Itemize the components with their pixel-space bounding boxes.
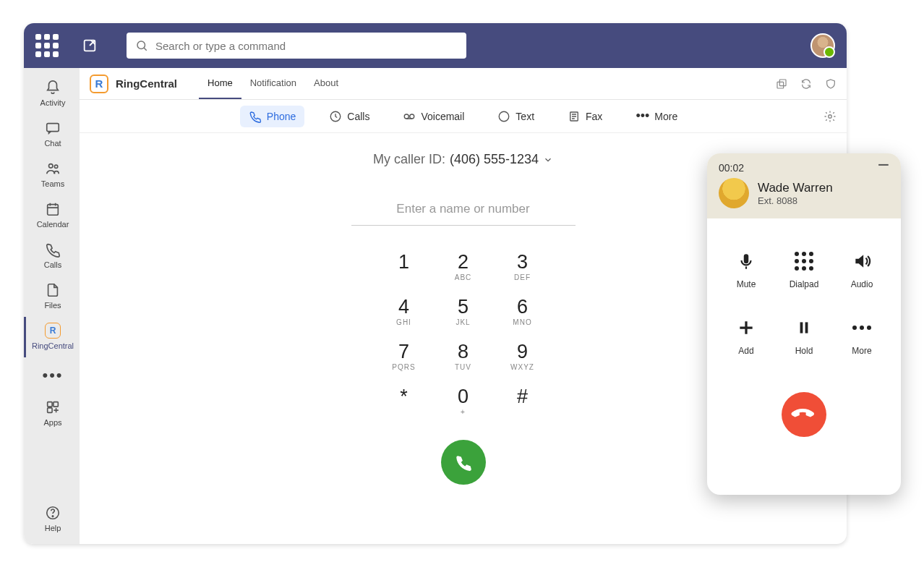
svg-rect-2 xyxy=(47,124,59,132)
key-3[interactable]: 3DEF xyxy=(493,245,552,289)
nav-calls[interactable]: Calls xyxy=(24,236,80,276)
search-input[interactable] xyxy=(155,40,458,52)
keypad: 1 2ABC 3DEF 4GHI 5JKL 6MNO 7PQRS 8TUV 9W… xyxy=(375,245,552,424)
number-input[interactable]: Enter a name or number xyxy=(351,202,576,226)
phone-icon xyxy=(454,453,473,472)
hangup-button[interactable] xyxy=(782,392,826,437)
phone-icon xyxy=(249,110,262,123)
bell-icon xyxy=(45,80,61,95)
shield-icon[interactable] xyxy=(825,78,837,90)
key-6[interactable]: 6MNO xyxy=(493,289,552,334)
plus-icon xyxy=(737,318,756,337)
mute-button[interactable]: Mute xyxy=(720,250,772,308)
nav-calendar[interactable]: Calendar xyxy=(24,195,80,236)
key-9[interactable]: 9WXYZ xyxy=(493,334,552,379)
svg-rect-21 xyxy=(805,322,808,333)
nav-more[interactable]: ••• xyxy=(24,357,80,394)
svg-rect-11 xyxy=(779,80,786,86)
nav-ringcentral[interactable]: R RingCentral xyxy=(24,317,80,357)
app-launcher-icon[interactable] xyxy=(35,34,59,57)
hold-button[interactable]: Hold xyxy=(778,317,830,375)
nav-activity[interactable]: Activity xyxy=(24,74,80,114)
svg-rect-5 xyxy=(48,205,59,216)
svg-point-16 xyxy=(500,111,510,122)
active-call-popup: 00:02 − Wade Warren Ext. 8088 Mute Dialp… xyxy=(707,153,901,495)
header-actions xyxy=(776,78,837,90)
gear-icon[interactable] xyxy=(824,110,837,123)
control-label: More xyxy=(852,346,871,356)
tab-home[interactable]: Home xyxy=(199,68,241,99)
svg-point-1 xyxy=(137,41,145,49)
app-tabs: Home Notification About xyxy=(199,68,347,99)
ringcentral-icon: R xyxy=(45,323,61,339)
key-1[interactable]: 1 xyxy=(375,245,434,289)
nav-label: Activity xyxy=(40,98,66,107)
mode-more[interactable]: ••• More xyxy=(627,104,686,128)
pause-icon xyxy=(795,318,813,337)
nav-chat[interactable]: Chat xyxy=(24,114,80,155)
tab-notification[interactable]: Notification xyxy=(241,68,305,99)
key-4[interactable]: 4GHI xyxy=(375,289,434,334)
control-label: Add xyxy=(738,346,753,356)
compose-icon[interactable] xyxy=(82,38,98,54)
svg-point-15 xyxy=(410,114,414,119)
ringcentral-logo: R xyxy=(90,75,108,93)
key-8[interactable]: 8TUV xyxy=(434,334,493,379)
call-more-button[interactable]: More xyxy=(836,317,888,375)
nav-apps[interactable]: Apps xyxy=(24,394,80,434)
key-hash[interactable]: # xyxy=(493,379,552,424)
key-0[interactable]: 0+ xyxy=(434,379,493,424)
add-button[interactable]: Add xyxy=(720,317,772,375)
mode-label: Voicemail xyxy=(421,111,464,122)
phone-icon xyxy=(789,399,819,430)
more-icon xyxy=(852,326,871,330)
chevron-down-icon xyxy=(543,155,553,165)
nav-help[interactable]: Help xyxy=(24,499,80,540)
audio-button[interactable]: Audio xyxy=(836,250,888,308)
key-5[interactable]: 5JKL xyxy=(434,289,493,334)
call-button[interactable] xyxy=(441,440,486,485)
mode-bar: Phone Calls Voicemail Text Fax xyxy=(80,100,847,133)
svg-point-14 xyxy=(405,114,409,119)
caller-id-selector[interactable]: My caller ID: (406) 555-1234 xyxy=(373,152,553,167)
nav-label: Chat xyxy=(44,139,61,148)
mode-text[interactable]: Text xyxy=(489,106,543,127)
popout-icon[interactable] xyxy=(776,78,787,90)
nav-files[interactable]: Files xyxy=(24,276,80,317)
key-2[interactable]: 2ABC xyxy=(434,245,493,289)
mode-voicemail[interactable]: Voicemail xyxy=(394,106,473,127)
svg-point-18 xyxy=(829,114,832,118)
dialpad-button[interactable]: Dialpad xyxy=(778,250,830,308)
text-icon xyxy=(497,110,510,123)
calendar-icon xyxy=(45,201,61,217)
svg-rect-20 xyxy=(800,322,803,333)
caller-id-number: (406) 555-1234 xyxy=(450,152,539,167)
key-7[interactable]: 7PQRS xyxy=(375,334,434,379)
mode-label: More xyxy=(654,111,677,122)
user-avatar[interactable] xyxy=(810,33,835,58)
caller-extension: Ext. 8088 xyxy=(758,195,833,206)
app-name: RingCentral xyxy=(116,77,177,90)
mode-calls[interactable]: Calls xyxy=(320,106,378,127)
call-timer: 00:02 xyxy=(719,162,744,174)
caller-name: Wade Warren xyxy=(758,181,833,195)
svg-rect-12 xyxy=(777,82,784,88)
tab-about[interactable]: About xyxy=(305,68,347,99)
caller-info: Wade Warren Ext. 8088 xyxy=(758,181,833,206)
refresh-icon[interactable] xyxy=(800,78,812,90)
chat-icon xyxy=(45,120,61,136)
mode-fax[interactable]: Fax xyxy=(559,106,611,127)
svg-point-10 xyxy=(52,516,53,517)
search-bar[interactable] xyxy=(127,33,466,59)
mode-phone[interactable]: Phone xyxy=(240,106,304,127)
nav-teams[interactable]: Teams xyxy=(24,155,80,195)
svg-rect-7 xyxy=(54,402,58,407)
key-star[interactable]: * xyxy=(375,379,434,424)
teams-icon xyxy=(45,161,61,177)
nav-label: Help xyxy=(45,524,61,532)
svg-point-4 xyxy=(54,165,57,168)
help-icon xyxy=(45,505,61,521)
svg-rect-6 xyxy=(48,402,52,407)
more-icon: ••• xyxy=(42,367,63,383)
mode-label: Phone xyxy=(267,111,296,122)
